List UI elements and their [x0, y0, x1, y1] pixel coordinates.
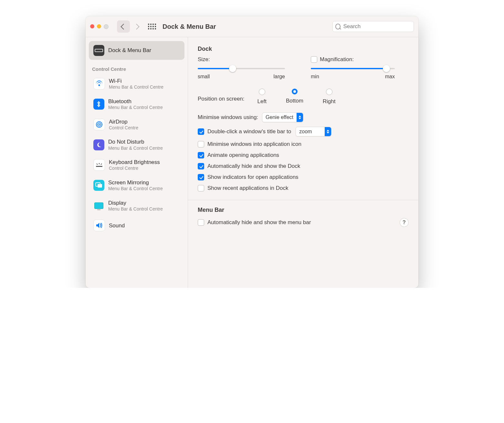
window-body: Dock & Menu Bar Control Centre Wi-Fi Men…: [86, 37, 418, 288]
sidebar-item-screen-mirroring[interactable]: Screen Mirroring Menu Bar & Control Cent…: [89, 175, 184, 196]
indicators-label: Show indicators for open applications: [207, 174, 299, 180]
sidebar-item-dock-menubar[interactable]: Dock & Menu Bar: [89, 41, 184, 60]
zoom-window-button[interactable]: [104, 24, 109, 29]
minimise-using-select[interactable]: Genie effect: [262, 113, 303, 122]
doubleclick-action-select[interactable]: zoom: [296, 127, 331, 136]
doubleclick-action-value: zoom: [299, 129, 325, 135]
animate-label: Animate opening applications: [207, 152, 279, 158]
indicators-checkbox[interactable]: [198, 174, 204, 180]
minimize-window-button[interactable]: [97, 24, 101, 28]
autohide-dock-checkbox[interactable]: [198, 163, 204, 169]
position-right-label: Right: [323, 98, 336, 105]
window-controls: [90, 24, 109, 29]
sidebar-item-sublabel: Menu Bar & Control Centre: [108, 146, 163, 151]
recent-apps-checkbox[interactable]: [198, 185, 204, 191]
search-icon: [335, 24, 341, 29]
display-icon: [93, 200, 104, 211]
sidebar-item-display[interactable]: Display Menu Bar & Control Centre: [89, 196, 184, 216]
select-arrows-icon: [325, 127, 331, 136]
sidebar-section-header: Control Centre: [86, 60, 188, 74]
sidebar-item-label: Sound: [109, 222, 125, 229]
select-arrows-icon: [297, 113, 303, 122]
position-bottom-label: Bottom: [286, 98, 303, 104]
back-button[interactable]: [117, 20, 130, 33]
nav-buttons: [117, 20, 143, 33]
sidebar-item-label: Dock & Menu Bar: [108, 47, 151, 54]
sidebar-item-wifi[interactable]: Wi-Fi Menu Bar & Control Centre: [89, 74, 184, 94]
sidebar[interactable]: Dock & Menu Bar Control Centre Wi-Fi Men…: [86, 37, 188, 288]
main-pane: Dock Size: small large M: [188, 37, 418, 288]
minimise-into-icon-label: Minimise windows into application icon: [207, 141, 301, 147]
position-label: Position on screen:: [198, 89, 245, 102]
size-max-label: large: [273, 74, 285, 80]
airdrop-icon: [93, 119, 105, 130]
autohide-menubar-label: Automatically hide and show the menu bar: [207, 219, 311, 226]
position-right-radio[interactable]: [326, 89, 332, 95]
chevron-left-icon: [121, 24, 126, 29]
size-slider[interactable]: [198, 68, 285, 69]
help-button[interactable]: ?: [400, 218, 409, 227]
sidebar-item-label: Screen Mirroring: [108, 179, 163, 186]
sidebar-item-sublabel: Menu Bar & Control Centre: [108, 206, 163, 212]
sidebar-item-sublabel: Control Centre: [109, 125, 138, 131]
sidebar-item-sublabel: Menu Bar & Control Centre: [109, 84, 163, 90]
sidebar-item-bluetooth[interactable]: Bluetooth Menu Bar & Control Centre: [89, 94, 184, 114]
sidebar-item-airdrop[interactable]: AirDrop Control Centre: [89, 114, 184, 135]
svg-rect-8: [98, 184, 102, 188]
preferences-window: Dock & Menu Bar Dock & Menu Bar Control …: [86, 16, 418, 288]
sidebar-item-label: Display: [108, 200, 163, 206]
keyboard-brightness-icon: [93, 159, 105, 171]
magnification-checkbox[interactable]: [311, 56, 317, 63]
position-left-label: Left: [257, 98, 267, 105]
svg-line-3: [97, 164, 98, 165]
position-left-radio[interactable]: [259, 89, 265, 95]
moon-icon: [93, 139, 104, 150]
dock-section-title: Dock: [198, 46, 409, 52]
size-min-label: small: [198, 74, 210, 80]
sidebar-item-sublabel: Control Centre: [109, 166, 160, 171]
doubleclick-checkbox[interactable]: [198, 128, 204, 135]
screen-mirroring-icon: [93, 180, 104, 191]
magnification-label: Magnification:: [320, 56, 354, 63]
menubar-section-title: Menu Bar: [198, 207, 409, 213]
sidebar-item-label: Keyboard Brightness: [109, 159, 160, 166]
sidebar-item-label: Bluetooth: [108, 98, 163, 105]
search-input[interactable]: [342, 23, 411, 30]
sidebar-item-label: AirDrop: [109, 118, 138, 125]
close-window-button[interactable]: [90, 24, 94, 28]
toolbar: Dock & Menu Bar: [86, 16, 418, 37]
svg-line-5: [101, 164, 102, 165]
autohide-dock-label: Automatically hide and show the Dock: [207, 163, 300, 169]
forward-button[interactable]: [130, 20, 143, 33]
sidebar-item-label: Wi-Fi: [109, 78, 163, 84]
magnification-slider[interactable]: [311, 68, 395, 69]
autohide-menubar-checkbox[interactable]: [198, 219, 204, 226]
sidebar-item-sound[interactable]: Sound: [89, 216, 184, 235]
minimise-using-label: Minimise windows using:: [198, 114, 258, 121]
sidebar-item-label: Do Not Disturb: [108, 138, 163, 145]
svg-point-2: [99, 124, 100, 125]
animate-checkbox[interactable]: [198, 152, 204, 158]
window-title: Dock & Menu Bar: [163, 23, 216, 30]
position-bottom-radio[interactable]: [292, 89, 298, 94]
chevron-right-icon: [133, 24, 139, 29]
show-all-button[interactable]: [148, 24, 156, 29]
minimise-into-icon-checkbox[interactable]: [198, 141, 204, 147]
magnification-min-label: min: [311, 74, 319, 80]
section-divider: [188, 200, 418, 200]
size-label: Size:: [198, 56, 210, 63]
recent-apps-label: Show recent applications in Dock: [207, 185, 288, 191]
sidebar-item-sublabel: Menu Bar & Control Centre: [108, 186, 163, 192]
bluetooth-icon: [93, 99, 104, 110]
speaker-icon: [93, 220, 105, 231]
sidebar-item-dnd[interactable]: Do Not Disturb Menu Bar & Control Centre: [89, 135, 184, 155]
search-field[interactable]: [332, 21, 414, 32]
magnification-max-label: max: [385, 74, 395, 80]
wifi-icon: [93, 78, 105, 90]
doubleclick-label: Double-click a window's title bar to: [207, 128, 291, 135]
sidebar-item-keyboard-brightness[interactable]: Keyboard Brightness Control Centre: [89, 155, 184, 175]
minimise-using-value: Genie effect: [266, 114, 297, 120]
dock-icon: [93, 45, 104, 56]
sidebar-item-sublabel: Menu Bar & Control Centre: [108, 105, 163, 111]
svg-rect-6: [96, 166, 102, 167]
